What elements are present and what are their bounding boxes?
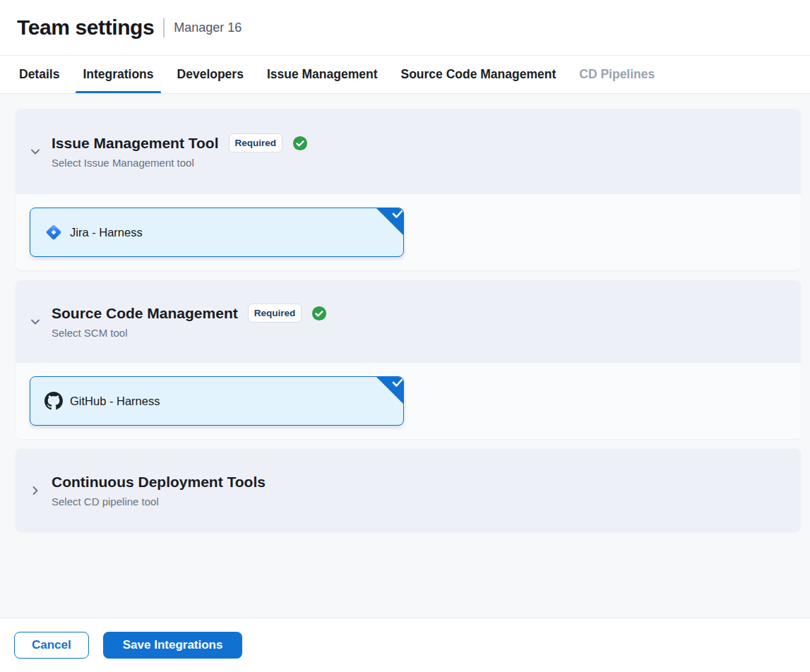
page-title: Team settings: [17, 16, 154, 40]
section-title: Continuous Deployment Tools: [52, 472, 266, 491]
title-divider: [163, 18, 165, 37]
selected-check-icon: [376, 208, 404, 236]
section-subtitle: Select SCM tool: [52, 327, 327, 340]
section-header-issue-management[interactable]: Issue Management Tool Required Select Is…: [16, 109, 801, 194]
cancel-button[interactable]: Cancel: [14, 632, 89, 659]
tab-source-code-management[interactable]: Source Code Management: [393, 56, 563, 93]
tab-issue-management[interactable]: Issue Management: [260, 56, 385, 93]
chevron-right-icon[interactable]: [30, 485, 41, 496]
team-name: Manager 16: [174, 20, 242, 35]
chevron-down-icon[interactable]: [30, 316, 41, 328]
required-badge: Required: [229, 133, 283, 152]
section-issue-management: Issue Management Tool Required Select Is…: [16, 109, 801, 270]
tool-name: GitHub - Harness: [70, 395, 160, 408]
section-title: Issue Management Tool: [52, 133, 219, 152]
required-badge: Required: [248, 304, 302, 323]
jira-icon: [44, 223, 63, 241]
complete-check-icon: [292, 136, 308, 151]
section-header-source-code-management[interactable]: Source Code Management Required Select S…: [16, 280, 801, 363]
footer-bar: Cancel Save Integrations: [0, 618, 810, 671]
section-title: Source Code Management: [52, 304, 238, 323]
section-source-code-management: Source Code Management Required Select S…: [16, 280, 801, 439]
content-area: Issue Management Tool Required Select Is…: [0, 94, 810, 618]
section-subtitle: Select CD pipeline tool: [52, 496, 266, 508]
save-button[interactable]: Save Integrations: [103, 632, 243, 659]
tab-integrations[interactable]: Integrations: [76, 56, 160, 93]
selected-check-icon: [376, 376, 404, 404]
github-icon: [44, 392, 63, 410]
tab-bar: Details Integrations Developers Issue Ma…: [0, 56, 810, 94]
section-header-cd-tools[interactable]: Continuous Deployment Tools Select CD pi…: [16, 449, 801, 532]
section-body-source-code-management: GitHub - Harness: [16, 363, 801, 439]
tab-details[interactable]: Details: [12, 56, 66, 93]
tab-cd-pipelines[interactable]: CD Pipelines: [572, 56, 662, 93]
complete-check-icon: [311, 306, 327, 321]
tool-card-github[interactable]: GitHub - Harness: [30, 376, 404, 426]
section-cd-tools: Continuous Deployment Tools Select CD pi…: [16, 449, 801, 532]
section-subtitle: Select Issue Management tool: [52, 157, 308, 169]
page-header: Team settings Manager 16: [0, 0, 810, 56]
chevron-down-icon[interactable]: [30, 146, 41, 157]
tool-card-jira[interactable]: Jira - Harness: [30, 208, 404, 257]
tool-name: Jira - Harness: [70, 226, 143, 239]
section-body-issue-management: Jira - Harness: [16, 194, 801, 270]
tab-developers[interactable]: Developers: [170, 56, 251, 93]
